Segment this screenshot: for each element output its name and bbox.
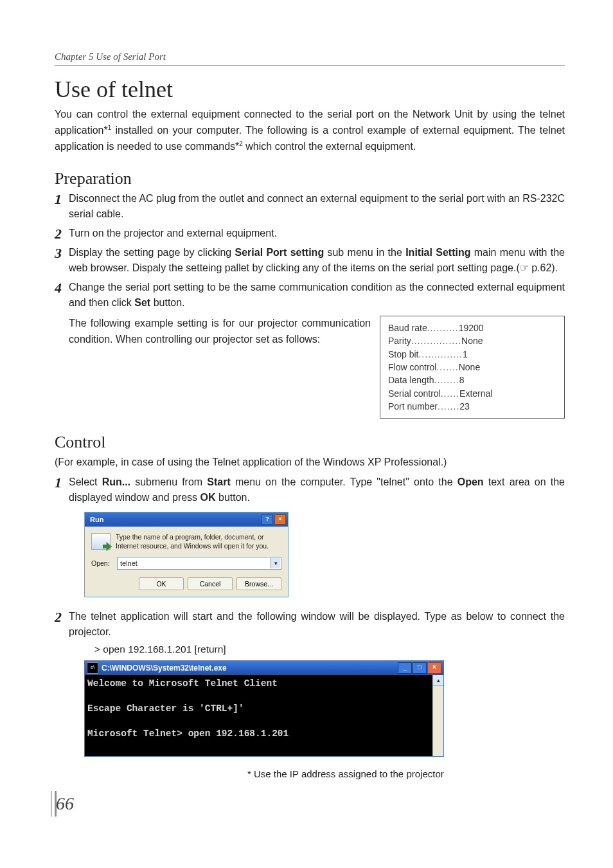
step-number: 3 (55, 242, 62, 264)
settings-row: Data length ........8 (388, 374, 556, 386)
setting-label: Stop bit (388, 348, 418, 361)
setting-label: Serial control (388, 387, 441, 400)
setting-dots: ...... (441, 387, 459, 400)
setting-value: 8 (459, 374, 465, 386)
step-text: Display the setting page by clicking Ser… (69, 247, 565, 273)
setting-value: None (459, 361, 480, 374)
control-step-2: 2The telnet application will start and t… (55, 609, 565, 640)
setting-label: Data length (388, 374, 434, 386)
setting-label: Flow control (388, 361, 436, 374)
setting-label: Baud rate (388, 321, 427, 334)
telnet-output: Welcome to Microsoft Telnet Client Escap… (85, 675, 432, 756)
step-number: 1 (55, 472, 62, 493)
prep-step: 2Turn on the projector and external equi… (55, 226, 565, 241)
intro-paragraph: You can control the external equipment c… (55, 107, 565, 155)
settings-row: Serial control......External (388, 387, 556, 400)
step-number: 2 (55, 606, 62, 628)
close-button[interactable]: × (274, 514, 286, 525)
control-note: (For example, in case of using the Telne… (55, 455, 565, 471)
settings-row: Parity ................None (388, 334, 556, 347)
telnet-window: c\ C:\WINDOWS\System32\telnet.exe _ □ × … (84, 660, 444, 757)
settings-row: Flow control .......None (388, 361, 556, 374)
setting-dots: ........ (434, 374, 459, 386)
minimize-button[interactable]: _ (398, 662, 412, 674)
run-titlebar: Run ? × (85, 512, 288, 527)
example-setting-text: The following example setting is for our… (55, 316, 371, 419)
intro-part3: which control the external equipment. (243, 141, 416, 152)
prep-step: 1Disconnect the AC plug from the outlet … (55, 191, 565, 222)
close-button[interactable]: × (427, 662, 441, 674)
run-title: Run (90, 516, 103, 523)
cmd-icon: c\ (87, 662, 98, 674)
typed-command: > open 192.168.1.201 [return] (94, 644, 565, 655)
browse-button[interactable]: Browse... (236, 577, 281, 590)
settings-row: Stop bit ..............1 (388, 348, 556, 361)
preparation-heading: Preparation (55, 169, 565, 188)
step-text: Disconnect the AC plug from the outlet a… (69, 193, 565, 219)
run-dialog: Run ? × Type the name of a program, fold… (84, 512, 289, 597)
step-number: 4 (55, 277, 62, 298)
setting-value: 19200 (459, 321, 484, 334)
control-list-2: 2The telnet application will start and t… (55, 609, 565, 640)
running-head: Chapter 5 Use of Serial Port (55, 51, 565, 66)
step-text: Change the serial port setting to be the… (69, 282, 565, 308)
setting-dots: ....... (436, 361, 458, 374)
step-number: 2 (55, 223, 62, 244)
page-title: Use of telnet (55, 76, 565, 103)
prep-step: 3Display the setting page by clicking Se… (55, 245, 565, 276)
control-heading: Control (55, 433, 565, 452)
setting-dots: .......... (427, 321, 459, 334)
help-button[interactable]: ? (262, 514, 273, 525)
telnet-titlebar: c\ C:\WINDOWS\System32\telnet.exe _ □ × (85, 661, 443, 675)
page-number: 66 (55, 791, 78, 817)
telnet-title: C:\WINDOWS\System32\telnet.exe (102, 664, 227, 673)
setting-value: None (461, 334, 483, 347)
setting-dots: ................ (411, 334, 461, 347)
run-icon (91, 533, 111, 550)
scrollbar[interactable] (432, 675, 443, 756)
setting-value: 1 (463, 348, 468, 361)
ok-button[interactable]: OK (139, 577, 184, 590)
maximize-button[interactable]: □ (413, 662, 427, 674)
settings-row: Port number .......23 (388, 400, 556, 413)
cancel-button[interactable]: Cancel (188, 577, 233, 590)
prep-step: 4Change the serial port setting to be th… (55, 280, 565, 311)
settings-box: Baud rate ..........19200Parity ........… (380, 316, 565, 419)
control-step-1: 1Select Run... submenu from Start menu o… (55, 475, 565, 505)
open-value: telnet (120, 559, 138, 567)
step-text: Turn on the projector and external equip… (69, 228, 277, 239)
settings-row: Baud rate ..........19200 (388, 321, 556, 334)
preparation-list: 1Disconnect the AC plug from the outlet … (55, 191, 565, 311)
setting-dots: .............. (418, 348, 462, 361)
step-number: 1 (55, 188, 62, 210)
setting-value: 23 (459, 400, 470, 413)
setting-dots: ....... (438, 400, 459, 413)
run-description: Type the name of a program, folder, docu… (116, 533, 281, 550)
setting-value: External (459, 387, 492, 400)
ip-footnote: * Use the IP address assigned to the pro… (247, 768, 565, 779)
setting-label: Parity (388, 334, 411, 347)
setting-label: Port number (388, 400, 438, 413)
open-combobox[interactable]: telnet (117, 557, 281, 570)
open-label: Open: (91, 559, 113, 567)
control-list: 1Select Run... submenu from Start menu o… (55, 475, 565, 505)
